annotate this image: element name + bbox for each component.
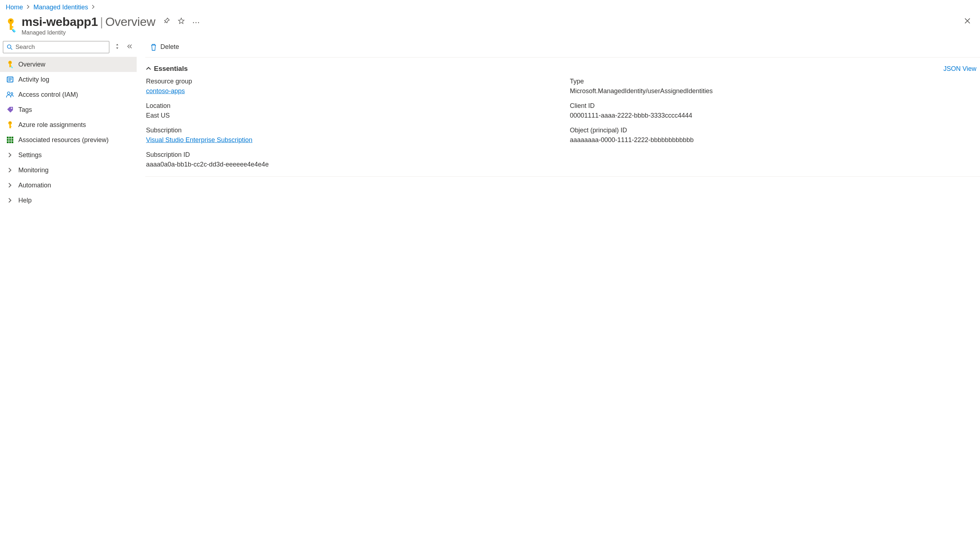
type-value: Microsoft.ManagedIdentity/userAssignedId… xyxy=(570,88,977,95)
tag-icon xyxy=(6,106,14,114)
svg-point-8 xyxy=(196,22,197,23)
svg-point-21 xyxy=(8,92,10,95)
key-icon xyxy=(6,61,14,68)
chevron-up-icon xyxy=(146,67,151,70)
close-button[interactable] xyxy=(961,15,974,29)
sidebar-item-help[interactable]: Help xyxy=(0,193,137,208)
sidebar-item-label: Monitoring xyxy=(18,167,49,174)
location-value: East US xyxy=(146,112,553,119)
sidebar-item-label: Settings xyxy=(18,151,42,159)
svg-rect-30 xyxy=(10,137,11,139)
sidebar-item-label: Azure role assignments xyxy=(18,121,86,129)
chevron-right-icon xyxy=(27,5,30,10)
breadcrumb-parent[interactable]: Managed Identities xyxy=(33,3,88,11)
delete-button[interactable]: Delete xyxy=(148,42,181,52)
favorite-button[interactable] xyxy=(178,17,185,26)
page-title: msi-webapp1|Overview xyxy=(22,15,155,29)
svg-point-22 xyxy=(11,93,13,95)
sidebar-item-activity-log[interactable]: Activity log xyxy=(0,72,137,87)
svg-rect-29 xyxy=(7,137,9,139)
sidebar-item-label: Associated resources (preview) xyxy=(18,136,108,144)
svg-point-9 xyxy=(198,22,199,23)
search-icon xyxy=(7,44,13,50)
breadcrumb: Home Managed Identities xyxy=(0,0,980,13)
sidebar-item-azure-role-assignments[interactable]: Azure role assignments xyxy=(0,117,137,132)
collapse-button[interactable] xyxy=(125,43,134,52)
svg-rect-27 xyxy=(10,126,11,127)
breadcrumb-home[interactable]: Home xyxy=(6,3,23,11)
svg-rect-37 xyxy=(11,141,13,143)
sidebar-item-settings[interactable]: Settings xyxy=(0,148,137,162)
resource-group-link[interactable]: contoso-apps xyxy=(146,88,185,95)
svg-rect-4 xyxy=(10,29,13,30)
svg-rect-14 xyxy=(10,65,11,67)
key-icon xyxy=(6,121,14,129)
svg-rect-33 xyxy=(10,139,11,141)
page-header: msi-webapp1|Overview Managed Identity xyxy=(0,13,980,38)
sidebar-item-label: Automation xyxy=(18,182,51,189)
sidebar-item-label: Overview xyxy=(18,61,45,68)
object-id-value: aaaaaaaa-0000-1111-2222-bbbbbbbbbbbb xyxy=(570,136,977,144)
svg-point-12 xyxy=(10,62,11,63)
svg-rect-20 xyxy=(8,80,11,81)
chevron-right-icon xyxy=(92,5,95,10)
field-type: Type Microsoft.ManagedIdentity/userAssig… xyxy=(570,78,977,95)
trash-icon xyxy=(150,43,157,51)
client-id-value: 00001111-aaaa-2222-bbbb-3333cccc4444 xyxy=(570,112,977,119)
svg-rect-28 xyxy=(10,127,11,128)
svg-rect-35 xyxy=(7,141,9,143)
svg-point-10 xyxy=(8,45,11,49)
svg-rect-18 xyxy=(8,78,12,79)
page-subtitle: Managed Identity xyxy=(22,30,199,36)
sidebar-item-automation[interactable]: Automation xyxy=(0,178,137,193)
sidebar: Search Overview Activity log xyxy=(0,38,137,208)
field-location: Location East US xyxy=(146,102,553,119)
field-client-id: Client ID 00001111-aaaa-2222-bbbb-3333cc… xyxy=(570,102,977,119)
svg-point-1 xyxy=(10,20,12,22)
sidebar-item-tags[interactable]: Tags xyxy=(0,102,137,117)
toolbar: Delete xyxy=(145,38,980,57)
log-icon xyxy=(6,75,14,83)
chevron-right-icon xyxy=(6,196,14,204)
svg-marker-15 xyxy=(11,66,13,68)
svg-rect-32 xyxy=(7,139,9,141)
svg-point-7 xyxy=(193,22,194,23)
field-resource-group: Resource group contoso-apps xyxy=(146,78,553,95)
svg-point-25 xyxy=(10,122,11,123)
field-object-id: Object (principal) ID aaaaaaaa-0000-1111… xyxy=(570,127,977,144)
chevron-right-icon xyxy=(6,166,14,174)
sidebar-item-access-control[interactable]: Access control (IAM) xyxy=(0,87,137,102)
subscription-link[interactable]: Visual Studio Enterprise Subscription xyxy=(146,136,253,143)
expand-button[interactable] xyxy=(114,42,121,52)
grid-icon xyxy=(6,136,14,144)
essentials-grid: Resource group contoso-apps Location Eas… xyxy=(145,78,980,177)
sidebar-item-label: Access control (IAM) xyxy=(18,91,78,99)
sidebar-item-overview[interactable]: Overview xyxy=(0,57,137,72)
svg-point-23 xyxy=(11,108,12,109)
content-pane: Delete Essentials JSON View Resource gro… xyxy=(137,38,980,208)
sidebar-item-monitoring[interactable]: Monitoring xyxy=(0,162,137,178)
sidebar-item-label: Help xyxy=(18,197,32,204)
svg-rect-36 xyxy=(10,141,11,143)
pin-button[interactable] xyxy=(163,18,170,26)
svg-rect-31 xyxy=(11,137,13,139)
sidebar-item-associated-resources[interactable]: Associated resources (preview) xyxy=(0,132,137,148)
subscription-id-value: aaaa0a0a-bb1b-cc2c-dd3d-eeeeee4e4e4e xyxy=(146,161,553,168)
more-button[interactable] xyxy=(193,18,199,25)
svg-rect-34 xyxy=(11,139,13,141)
field-subscription: Subscription Visual Studio Enterprise Su… xyxy=(146,127,553,144)
svg-rect-3 xyxy=(10,26,13,28)
essentials-toggle[interactable]: Essentials xyxy=(146,65,188,73)
svg-rect-19 xyxy=(8,79,12,80)
key-icon xyxy=(4,17,17,33)
field-subscription-id: Subscription ID aaaa0a0a-bb1b-cc2c-dd3d-… xyxy=(146,151,553,168)
chevron-right-icon xyxy=(6,151,14,159)
chevron-right-icon xyxy=(6,181,14,189)
json-view-link[interactable]: JSON View xyxy=(943,65,977,73)
people-icon xyxy=(6,91,14,99)
search-input[interactable]: Search xyxy=(3,41,109,53)
sidebar-item-label: Tags xyxy=(18,106,32,114)
sidebar-item-label: Activity log xyxy=(18,76,49,83)
